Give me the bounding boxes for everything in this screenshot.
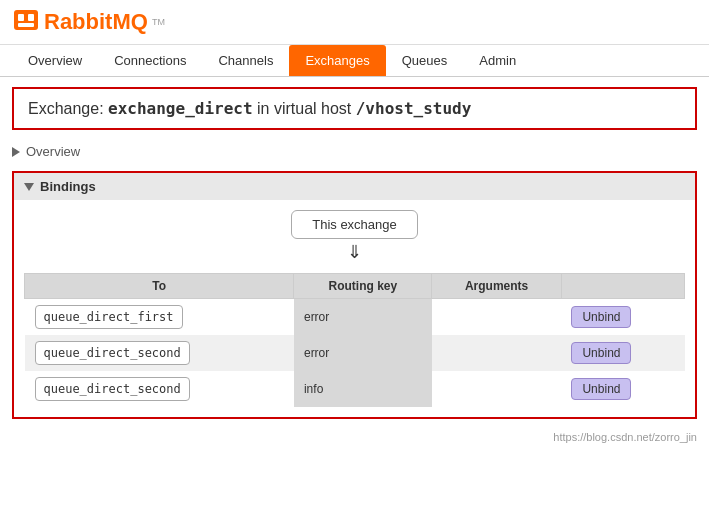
svg-rect-1 bbox=[18, 14, 24, 21]
bindings-label: Bindings bbox=[40, 179, 96, 194]
this-exchange-box: This exchange bbox=[291, 210, 418, 239]
header: RabbitMQTM bbox=[0, 0, 709, 45]
bindings-content: This exchange ⇓ To Routing key Arguments… bbox=[14, 200, 695, 417]
arguments-3 bbox=[432, 371, 562, 407]
table-row: queue_direct_first error Unbind bbox=[25, 299, 685, 336]
nav-bar: Overview Connections Channels Exchanges … bbox=[0, 45, 709, 77]
queue-name-2: queue_direct_second bbox=[35, 341, 190, 365]
nav-connections[interactable]: Connections bbox=[98, 45, 202, 76]
page-title-prefix: Exchange: bbox=[28, 100, 104, 117]
exchange-name: exchange_direct bbox=[108, 99, 253, 118]
unbind-button-1[interactable]: Unbind bbox=[571, 306, 631, 328]
queue-name-1: queue_direct_first bbox=[35, 305, 183, 329]
nav-channels[interactable]: Channels bbox=[202, 45, 289, 76]
unbind-cell-1: Unbind bbox=[561, 299, 684, 336]
table-row: queue_direct_second info Unbind bbox=[25, 371, 685, 407]
arrow-down-icon: ⇓ bbox=[347, 241, 362, 263]
nav-admin[interactable]: Admin bbox=[463, 45, 532, 76]
nav-overview[interactable]: Overview bbox=[12, 45, 98, 76]
queue-cell-2: queue_direct_second bbox=[25, 335, 294, 371]
queue-cell-3: queue_direct_second bbox=[25, 371, 294, 407]
rabbitmq-logo-icon bbox=[12, 8, 40, 36]
exchange-flow: This exchange ⇓ bbox=[24, 210, 685, 263]
col-action bbox=[561, 274, 684, 299]
routing-key-3: info bbox=[294, 371, 432, 407]
unbind-button-3[interactable]: Unbind bbox=[571, 378, 631, 400]
routing-key-1: error bbox=[294, 299, 432, 336]
overview-section-toggle[interactable]: Overview bbox=[12, 140, 697, 163]
vhost-name: /vhost_study bbox=[356, 99, 472, 118]
chevron-down-icon bbox=[24, 183, 34, 191]
bindings-table: To Routing key Arguments queue_direct_fi… bbox=[24, 273, 685, 407]
bindings-header[interactable]: Bindings bbox=[14, 173, 695, 200]
unbind-button-2[interactable]: Unbind bbox=[571, 342, 631, 364]
logo-tm: TM bbox=[152, 17, 165, 27]
page-title-middle: in virtual host bbox=[257, 100, 351, 117]
unbind-cell-2: Unbind bbox=[561, 335, 684, 371]
queue-cell-1: queue_direct_first bbox=[25, 299, 294, 336]
nav-queues[interactable]: Queues bbox=[386, 45, 464, 76]
arguments-1 bbox=[432, 299, 562, 336]
chevron-right-icon bbox=[12, 147, 20, 157]
table-row: queue_direct_second error Unbind bbox=[25, 335, 685, 371]
page-title: Exchange: exchange_direct in virtual hos… bbox=[12, 87, 697, 130]
col-arguments: Arguments bbox=[432, 274, 562, 299]
logo-text: RabbitMQ bbox=[44, 9, 148, 35]
col-routing-key: Routing key bbox=[294, 274, 432, 299]
nav-exchanges[interactable]: Exchanges bbox=[289, 45, 385, 76]
bindings-section: Bindings This exchange ⇓ To Routing key … bbox=[12, 171, 697, 419]
logo: RabbitMQTM bbox=[12, 8, 165, 36]
svg-rect-3 bbox=[18, 23, 34, 27]
queue-name-3: queue_direct_second bbox=[35, 377, 190, 401]
overview-label: Overview bbox=[26, 144, 80, 159]
routing-key-2: error bbox=[294, 335, 432, 371]
arguments-2 bbox=[432, 335, 562, 371]
col-to: To bbox=[25, 274, 294, 299]
watermark: https://blog.csdn.net/zorro_jin bbox=[0, 427, 709, 447]
svg-rect-2 bbox=[28, 14, 34, 21]
unbind-cell-3: Unbind bbox=[561, 371, 684, 407]
